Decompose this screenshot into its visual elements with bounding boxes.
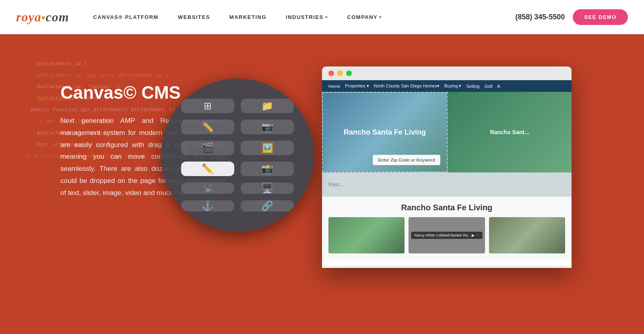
site-nav-buying[interactable]: Buying ▾ bbox=[444, 83, 462, 89]
hero-mockup: ⊞ 📁 ✏️ 📷 🎬 🖼️ ✏️ 📸 📽️ 🖥️ ⚓ � bbox=[250, 58, 644, 268]
chevron-down-icon: ▾ bbox=[379, 15, 382, 19]
nav-company[interactable]: COMPANY ▾ bbox=[347, 14, 382, 20]
cms-grid-icon: ⊞ bbox=[181, 99, 234, 113]
browser-close-dot bbox=[328, 71, 334, 76]
site-hero-right-text: Rancho Sant... bbox=[490, 129, 529, 135]
browser-maximize-dot bbox=[346, 71, 352, 76]
browser-content: Home Properties ▾ North County San Diego… bbox=[322, 80, 572, 266]
cms-widget-overlay: ⊞ 📁 ✏️ 📷 🎬 🖼️ ✏️ 📸 📽️ 🖥️ ⚓ � bbox=[161, 79, 314, 232]
nav-marketing[interactable]: MARKETING bbox=[229, 14, 266, 20]
site-mid-strip: Ranc... bbox=[322, 172, 572, 197]
phone-number[interactable]: (858) 345-5500 bbox=[515, 13, 565, 21]
browser-bar bbox=[322, 66, 572, 80]
cms-anchor-icon: ⚓ bbox=[181, 200, 234, 212]
cms-photo-icon: 📸 bbox=[241, 162, 294, 176]
cms-present-icon: 📽️ bbox=[181, 183, 234, 194]
site-hero-area: Rancho Santa Fe Living Enter Zip Code or… bbox=[322, 92, 572, 172]
site-hero-left-text: Rancho Santa Fe Living bbox=[344, 128, 426, 137]
cms-icon-grid: ⊞ 📁 ✏️ 📷 🎬 🖼️ ✏️ 📸 📽️ 🖥️ ⚓ � bbox=[161, 79, 314, 232]
hero-section: $attachment_id ); $attachment_id, get_po… bbox=[0, 34, 644, 334]
cms-write-icon: ✏️ bbox=[181, 162, 234, 176]
hero-content: Canvas© CMS Next generation AMP and Resp… bbox=[0, 34, 644, 284]
browser-minimize-dot bbox=[337, 71, 343, 76]
site-nav-bar: Home Properties ▾ North County San Diego… bbox=[322, 80, 572, 92]
site-gallery: Nancy White Coldwell Banker Ra... ▶ ⋯ bbox=[328, 217, 565, 253]
site-nav-selling[interactable]: Selling bbox=[466, 84, 479, 89]
nav-canvas-platform[interactable]: CANVAS® PLATFORM bbox=[93, 14, 159, 20]
site-lower: Rancho Santa Fe Living Nancy White Coldw… bbox=[322, 197, 572, 260]
main-nav: roya•com CANVAS® PLATFORM WEBSITES MARKE… bbox=[0, 0, 644, 34]
cms-image-icon: 🖼️ bbox=[241, 141, 294, 155]
site-nav-more[interactable]: A bbox=[497, 84, 500, 89]
gallery-item-1 bbox=[328, 217, 405, 253]
nav-links: CANVAS® PLATFORM WEBSITES MARKETING INDU… bbox=[93, 14, 516, 20]
site-lower-title: Rancho Santa Fe Living bbox=[328, 203, 565, 212]
site-nav-properties[interactable]: Properties ▾ bbox=[345, 83, 369, 89]
site-hero-left: Rancho Santa Fe Living Enter Zip Code or… bbox=[322, 92, 448, 172]
nav-right: (858) 345-5500 SEE DEMO bbox=[515, 9, 628, 25]
site-hero-right: Rancho Sant... bbox=[448, 92, 572, 172]
gallery-item-2: Nancy White Coldwell Banker Ra... ▶ ⋯ bbox=[409, 217, 485, 253]
gallery-item-3 bbox=[489, 217, 565, 253]
logo[interactable]: roya•com bbox=[16, 10, 69, 25]
browser-window: Home Properties ▾ North County San Diego… bbox=[322, 66, 572, 268]
chevron-down-icon: ▾ bbox=[325, 15, 328, 19]
video-overlay[interactable]: Nancy White Coldwell Banker Ra... ▶ ⋯ bbox=[411, 232, 482, 239]
see-demo-button[interactable]: SEE DEMO bbox=[573, 9, 628, 25]
search-overlay[interactable]: Enter Zip Code or Keyword bbox=[373, 155, 440, 165]
cms-extra-icon: 🔗 bbox=[241, 200, 294, 212]
cms-video-icon: 🎬 bbox=[181, 141, 234, 155]
nav-websites[interactable]: WEBSITES bbox=[178, 14, 210, 20]
nav-industries[interactable]: INDUSTRIES ▾ bbox=[286, 14, 328, 20]
site-nav-home[interactable]: Home bbox=[328, 84, 340, 89]
cms-display-icon: 🖥️ bbox=[241, 183, 294, 194]
cms-edit-icon: ✏️ bbox=[181, 120, 234, 134]
cms-folder-icon: 📁 bbox=[241, 99, 294, 113]
site-nav-golf[interactable]: Golf bbox=[484, 84, 492, 89]
cms-camera-icon: 📷 bbox=[241, 120, 294, 134]
site-nav-north-county[interactable]: North County San Diego Homes▾ bbox=[374, 83, 440, 89]
